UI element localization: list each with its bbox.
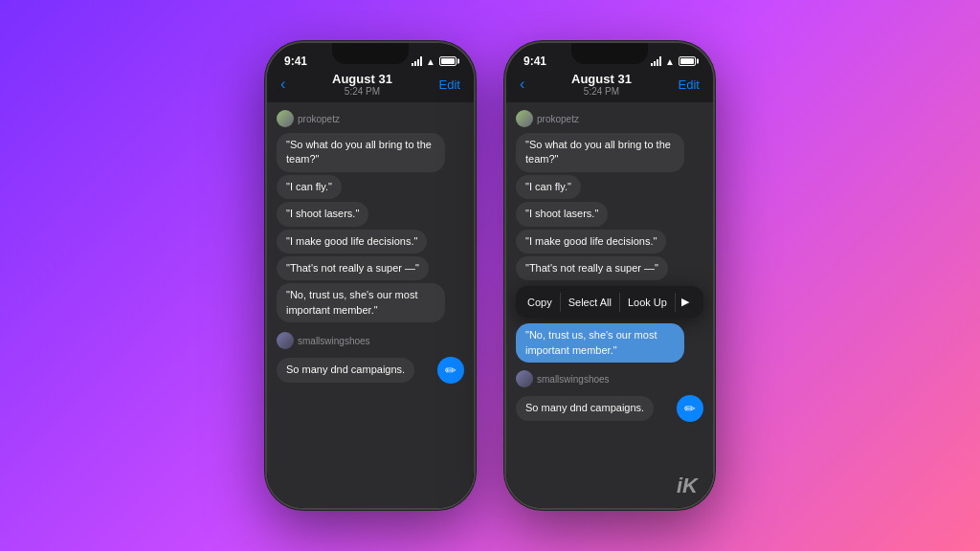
avatar-smallswingshoes-right: [516, 370, 533, 387]
battery-fill-right: [680, 58, 694, 64]
msg-right-1[interactable]: "I can fly.": [516, 175, 581, 199]
status-icons-left: ▲: [412, 56, 457, 67]
signal-bars-right: [651, 56, 661, 66]
back-button-right[interactable]: ‹: [520, 76, 524, 93]
nav-date-left: August 31: [332, 72, 392, 86]
msg-dnd-right[interactable]: So many dnd campaigns.: [516, 396, 654, 420]
msg-left-2[interactable]: "I shoot lasers.": [277, 202, 368, 226]
signal-bars-left: [412, 56, 422, 66]
context-menu-more-arrow[interactable]: ▶: [676, 292, 695, 312]
context-menu: Copy Select All Look Up ▶: [516, 286, 703, 318]
status-bar-right: 9:41 ▲: [506, 43, 713, 70]
phone-right: 9:41 ▲ ‹ August 31 5:24 PM Edit: [504, 41, 715, 510]
battery-right: [679, 56, 696, 66]
context-menu-look-up[interactable]: Look Up: [620, 293, 676, 312]
chat-area-left: prokopetz "So what do you all bring to t…: [267, 102, 474, 508]
nav-center-left: August 31 5:24 PM: [332, 72, 392, 97]
msg-left-1[interactable]: "I can fly.": [277, 175, 342, 199]
compose-button-right[interactable]: ✏: [677, 395, 703, 422]
msg-right-5[interactable]: "No, trust us, she's our most important …: [516, 323, 684, 363]
battery-fill-left: [441, 58, 455, 64]
nav-bar-right: ‹ August 31 5:24 PM Edit: [506, 70, 713, 102]
msg-right-3[interactable]: "I make good life decisions.": [516, 230, 666, 253]
wifi-icon-right: ▲: [665, 56, 675, 67]
messages-left: "So what do you all bring to the team?" …: [277, 133, 464, 322]
msg-left-5[interactable]: "No, trust us, she's our most important …: [277, 283, 445, 322]
screen-left: 9:41 ▲ ‹ August 31 5:24 PM Edit: [267, 43, 474, 508]
sender-smallswingshoes-left: smallswingshoes: [277, 332, 464, 349]
avatar-prokopetz-left: [277, 110, 294, 127]
phones-wrapper: 9:41 ▲ ‹ August 31 5:24 PM Edit: [265, 41, 715, 510]
bottom-row-left: So many dnd campaigns. ✏: [277, 357, 464, 384]
avatar-prokopetz-right: [516, 110, 533, 127]
nav-time-left: 5:24 PM: [332, 86, 392, 97]
nav-center-right: August 31 5:24 PM: [571, 72, 632, 97]
status-time-left: 9:41: [284, 55, 307, 68]
msg-left-4[interactable]: "That's not really a super —": [277, 256, 429, 280]
nav-bar-left: ‹ August 31 5:24 PM Edit: [267, 70, 474, 102]
wifi-icon-left: ▲: [426, 56, 435, 67]
selected-message-row: "No, trust us, she's our most important …: [516, 323, 703, 363]
msg-left-0[interactable]: "So what do you all bring to the team?": [277, 133, 445, 172]
msg-left-3[interactable]: "I make good life decisions.": [277, 230, 427, 253]
battery-left: [439, 56, 457, 66]
msg-right-0[interactable]: "So what do you all bring to the team?": [516, 133, 684, 172]
status-icons-right: ▲: [651, 56, 696, 67]
nav-date-right: August 31: [571, 72, 632, 86]
status-time-right: 9:41: [523, 55, 546, 68]
context-menu-select-all[interactable]: Select All: [561, 293, 620, 312]
status-bar-left: 9:41 ▲: [267, 43, 474, 70]
compose-button-left[interactable]: ✏: [437, 357, 464, 384]
sender-prokopetz-left: prokopetz: [277, 110, 464, 127]
msg-dnd-left[interactable]: So many dnd campaigns.: [277, 358, 414, 382]
chat-area-right: prokopetz "So what do you all bring to t…: [506, 102, 713, 508]
sender-smallswingshoes-right: smallswingshoes: [516, 370, 703, 387]
context-menu-copy[interactable]: Copy: [520, 293, 561, 312]
back-button-left[interactable]: ‹: [280, 76, 285, 93]
bottom-row-right: So many dnd campaigns. ✏: [516, 395, 703, 422]
msg-right-4[interactable]: "That's not really a super —": [516, 256, 668, 280]
screen-right: 9:41 ▲ ‹ August 31 5:24 PM Edit: [506, 43, 713, 508]
phone-left: 9:41 ▲ ‹ August 31 5:24 PM Edit: [265, 41, 476, 510]
msg-right-2[interactable]: "I shoot lasers.": [516, 202, 608, 226]
messages-right: "So what do you all bring to the team?" …: [516, 133, 703, 280]
edit-button-right[interactable]: Edit: [679, 77, 700, 92]
nav-time-right: 5:24 PM: [571, 86, 632, 97]
edit-button-left[interactable]: Edit: [439, 77, 460, 92]
watermark: iK: [677, 474, 698, 498]
sender-prokopetz-right: prokopetz: [516, 110, 703, 127]
avatar-smallswingshoes-left: [277, 332, 294, 349]
